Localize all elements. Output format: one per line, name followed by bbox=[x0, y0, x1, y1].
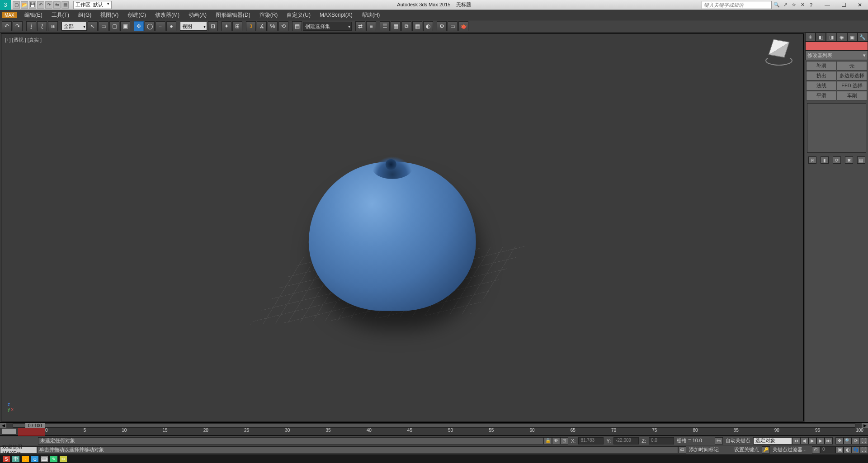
set-key-icon[interactable]: 🔑 bbox=[762, 446, 770, 454]
nav-walk-icon[interactable]: 👣 bbox=[852, 446, 860, 454]
nav-orbit-icon[interactable]: ⟳ bbox=[852, 437, 860, 444]
menu-create[interactable]: 创建(C) bbox=[123, 10, 151, 20]
tab-display-icon[interactable]: ▣ bbox=[847, 33, 858, 42]
menu-render[interactable]: 渲染(R) bbox=[255, 10, 283, 20]
lock-selection-icon[interactable]: 🔒 bbox=[544, 437, 552, 444]
maxscript-mini[interactable]: 欢迎使用 MAXScr bbox=[0, 446, 37, 454]
mod-btn-1[interactable]: 壳 bbox=[837, 61, 867, 71]
select-move-button[interactable]: ✥ bbox=[134, 21, 144, 31]
trackbar-toggle[interactable] bbox=[2, 428, 16, 435]
favorite-icon[interactable]: ☆ bbox=[790, 1, 797, 9]
select-rotate-button[interactable]: ◯ bbox=[145, 21, 155, 31]
tab-create-icon[interactable]: ✳ bbox=[805, 33, 816, 42]
pivot-button[interactable]: ⊡ bbox=[208, 21, 218, 31]
tray-icon[interactable]: ✎ bbox=[50, 456, 57, 462]
coord-y-field[interactable]: -22.009 bbox=[613, 437, 639, 444]
time-config-icon[interactable]: ⏱ bbox=[812, 446, 820, 454]
link-button[interactable]: ⟆ bbox=[26, 21, 36, 31]
mod-btn-0[interactable]: 补洞 bbox=[806, 61, 836, 71]
nav-max-icon[interactable]: ⛶ bbox=[860, 437, 868, 444]
play-icon[interactable]: ▶ bbox=[808, 437, 816, 444]
save-icon[interactable]: 💾 bbox=[29, 1, 36, 9]
redo-button[interactable]: ↷ bbox=[13, 21, 23, 31]
nav-fov-icon[interactable]: ◐ bbox=[844, 446, 852, 454]
workspace-dropdown[interactable]: 工作区: 默认 bbox=[73, 1, 112, 9]
tray-icon[interactable]: 中 bbox=[12, 456, 19, 462]
pin-stack-icon[interactable]: ⎘ bbox=[808, 156, 816, 164]
nav-maximize-icon[interactable]: ⛶ bbox=[860, 446, 868, 454]
snap-button[interactable]: 3 bbox=[246, 21, 256, 31]
set-key-button[interactable]: 设置关键点 bbox=[731, 446, 762, 453]
tray-icon[interactable]: ⌨ bbox=[41, 456, 48, 462]
time-tag-add-icon[interactable]: 🏷 bbox=[678, 446, 686, 454]
add-time-tag[interactable]: 添加时间标记 bbox=[686, 446, 731, 453]
modifier-list-dropdown[interactable]: 修改器列表▾ bbox=[805, 51, 868, 60]
configure-icon[interactable]: ▤ bbox=[857, 156, 865, 164]
object-name-field[interactable] bbox=[805, 42, 868, 51]
render-button[interactable]: 🫖 bbox=[458, 21, 468, 31]
goto-end-icon[interactable]: ⏭ bbox=[825, 437, 833, 444]
tray-icon[interactable]: ☺ bbox=[31, 456, 38, 462]
show-end-icon[interactable]: ▮ bbox=[821, 156, 829, 164]
edit-named-sel-button[interactable]: ▤ bbox=[292, 21, 302, 31]
material-editor-button[interactable]: ◐ bbox=[423, 21, 433, 31]
manip-button[interactable]: ✦ bbox=[222, 21, 231, 31]
nav-zoom-icon[interactable]: 🔍 bbox=[844, 437, 852, 444]
mod-btn-2[interactable]: 挤出 bbox=[806, 71, 836, 80]
align-button[interactable]: ≡ bbox=[366, 21, 376, 31]
new-icon[interactable]: ▢ bbox=[13, 1, 20, 9]
link-icon[interactable]: ⇆ bbox=[53, 1, 61, 9]
mod-btn-7[interactable]: 车削 bbox=[837, 91, 867, 100]
remove-mod-icon[interactable]: ✖ bbox=[845, 156, 853, 164]
selection-lock-icon[interactable]: ⊡ bbox=[560, 437, 568, 444]
select-scale-button[interactable]: ▫ bbox=[156, 21, 165, 31]
layers-button[interactable]: ☰ bbox=[380, 21, 390, 31]
tray-icon[interactable]: S bbox=[3, 456, 10, 462]
close-button[interactable]: ✕ bbox=[852, 0, 868, 10]
named-sel-dropdown[interactable]: 创建选择集 bbox=[303, 22, 352, 31]
slider-right-icon[interactable]: ▶ bbox=[862, 423, 868, 428]
menu-edit[interactable]: 编辑(E) bbox=[20, 10, 47, 20]
nav-pan-icon[interactable]: ✥ bbox=[835, 437, 844, 444]
slider-track[interactable]: 0 / 100 bbox=[13, 423, 855, 428]
make-unique-icon[interactable]: ⟳ bbox=[833, 156, 841, 164]
tab-utilities-icon[interactable]: 🔧 bbox=[858, 33, 868, 42]
percent-snap-button[interactable]: % bbox=[268, 21, 278, 31]
menu-animation[interactable]: 动画(A) bbox=[184, 10, 211, 20]
placement-button[interactable]: ● bbox=[166, 21, 176, 31]
spinner-snap-button[interactable]: ⟲ bbox=[278, 21, 288, 31]
key-filters-button[interactable]: 关键点过滤器... bbox=[770, 446, 809, 453]
nav-zoom-ext-icon[interactable]: ▣ bbox=[835, 446, 844, 454]
minimize-button[interactable]: — bbox=[819, 0, 835, 10]
mod-btn-6[interactable]: 平滑 bbox=[806, 91, 836, 100]
menu-help[interactable]: 帮助(H) bbox=[357, 10, 385, 20]
render-frame-button[interactable]: ▭ bbox=[448, 21, 458, 31]
redo-icon[interactable]: ↷ bbox=[45, 1, 52, 9]
undo-button[interactable]: ↶ bbox=[2, 21, 12, 31]
open-icon[interactable]: 📂 bbox=[21, 1, 28, 9]
time-tag-icon[interactable]: 🗝 bbox=[715, 437, 723, 444]
select-name-button[interactable]: ▭ bbox=[99, 21, 108, 31]
coord-x-field[interactable]: 81.783 bbox=[578, 437, 604, 444]
tab-hierarchy-icon[interactable]: ◨ bbox=[826, 33, 836, 42]
help-icon[interactable]: ? bbox=[807, 1, 815, 9]
viewport-label[interactable]: [+] [透视 ] [真实 ] bbox=[5, 37, 42, 43]
auto-key-button[interactable]: 自动关键点 bbox=[723, 437, 753, 444]
unlink-button[interactable]: ⟅ bbox=[37, 21, 47, 31]
render-setup-button[interactable]: ⚙ bbox=[437, 21, 447, 31]
keymode-button[interactable]: ⊞ bbox=[232, 21, 242, 31]
curve-editor-button[interactable]: ⧉ bbox=[401, 21, 411, 31]
menu-maxscript[interactable]: MAXScript(X) bbox=[315, 11, 357, 19]
time-slider[interactable]: ◀ 0 / 100 ▶ bbox=[0, 422, 868, 428]
mod-btn-4[interactable]: 法线 bbox=[806, 81, 836, 90]
maximize-button[interactable]: ☐ bbox=[835, 0, 852, 10]
menu-group[interactable]: 组(G) bbox=[74, 10, 96, 20]
key-target-dropdown[interactable]: 选定对象 bbox=[753, 437, 792, 444]
angle-snap-button[interactable]: ∡ bbox=[257, 21, 267, 31]
object-apple[interactable] bbox=[309, 162, 476, 311]
tab-motion-icon[interactable]: ◉ bbox=[837, 33, 847, 42]
search-icon[interactable]: 🔍 bbox=[773, 1, 780, 9]
isolate-icon[interactable]: 👁 bbox=[552, 437, 560, 444]
exchange-icon[interactable]: ✕ bbox=[799, 1, 806, 9]
ref-coord-dropdown[interactable]: 视图 bbox=[180, 22, 207, 31]
